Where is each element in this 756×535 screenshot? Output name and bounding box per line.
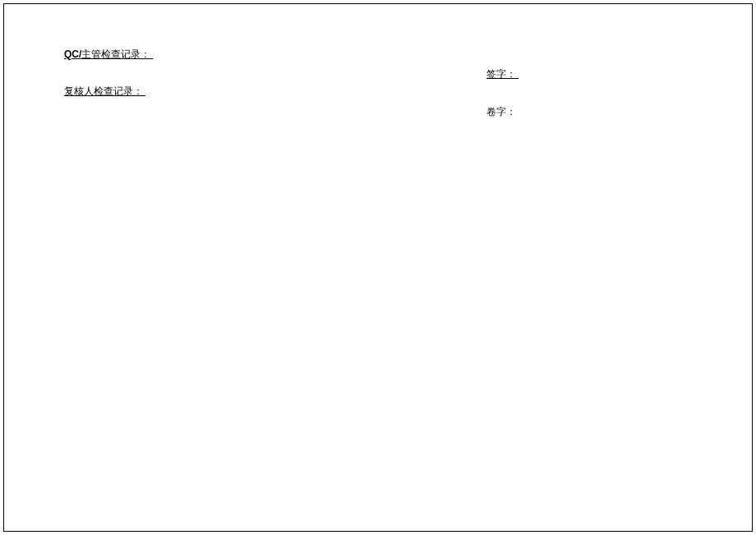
signature-label-1: 签字： [486,67,519,81]
reviewer-record-heading: 复核人检查记录： [64,85,692,99]
qc-supervisor-record-heading: QC/主管检查记录： [64,48,692,62]
qc-label: 主管检查记录： [81,48,150,60]
signature-label-2: 卷字： [486,105,516,119]
document-content: QC/主管检查记录： 签字： 复核人检查记录： 卷字： [0,0,756,146]
qc-prefix: QC/ [64,48,81,60]
